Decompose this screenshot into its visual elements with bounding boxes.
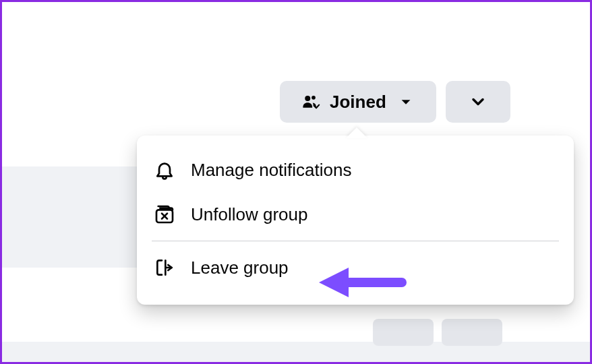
menu-item-leave-group[interactable]: Leave group — [146, 245, 564, 290]
bell-icon — [153, 158, 176, 181]
obscured-buttons — [373, 319, 502, 346]
menu-item-manage-notifications[interactable]: Manage notifications — [146, 148, 564, 192]
menu-item-unfollow-group[interactable]: Unfollow group — [146, 192, 564, 237]
joined-label: Joined — [330, 92, 386, 113]
unfollow-icon — [153, 203, 176, 226]
group-action-buttons: Joined — [280, 81, 510, 123]
menu-item-label: Leave group — [191, 257, 289, 278]
menu-item-label: Unfollow group — [191, 204, 307, 225]
menu-divider — [152, 241, 559, 241]
joined-dropdown-menu: Manage notifications Unfollow group Leav… — [137, 135, 574, 305]
chevron-down-icon — [467, 90, 490, 113]
menu-item-label: Manage notifications — [191, 160, 351, 181]
background-panel — [2, 166, 137, 268]
joined-button[interactable]: Joined — [280, 81, 436, 123]
leave-icon — [153, 256, 176, 279]
group-icon — [299, 90, 322, 113]
svg-point-0 — [305, 96, 310, 101]
more-button[interactable] — [446, 81, 510, 123]
caret-down-icon — [394, 90, 417, 113]
svg-point-1 — [312, 96, 316, 100]
